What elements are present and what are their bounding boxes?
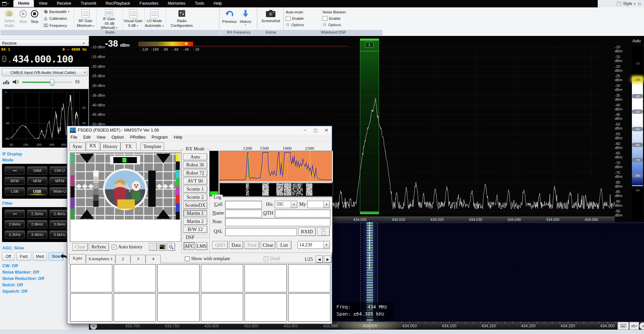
draft-checkbox[interactable]: ✓: [264, 256, 268, 261]
rx-mode-martin1[interactable]: Martin 1: [183, 210, 207, 217]
dsp-afc[interactable]: AFC: [183, 242, 195, 250]
settings-gear-icon[interactable]: ⚙: [637, 1, 641, 6]
scroll-right-button[interactable]: »: [639, 322, 644, 330]
mmsstv-menu-profiles[interactable]: PRofiles: [127, 134, 149, 141]
colorbar-auto-button[interactable]: Auto: [630, 38, 643, 44]
ribbon-tab-recplayback[interactable]: Rec/Playback: [101, 0, 135, 7]
rx-mode-scottiedx[interactable]: ScottieDX: [183, 202, 207, 209]
template-thumbnail[interactable]: [245, 293, 287, 322]
panel-collapse-icon[interactable]: ▾: [83, 42, 85, 45]
mmsstv-menu-help[interactable]: Help: [171, 134, 185, 141]
if-display-label[interactable]: IF Display: [2, 152, 22, 156]
mmsstv-menu-option[interactable]: Option: [109, 134, 127, 141]
rx-mode-martin2[interactable]: Martin 2: [183, 218, 207, 225]
automute-enable[interactable]: Enable: [286, 15, 321, 21]
screenshot-button[interactable]: Screenshot: [259, 8, 282, 30]
calibration-button[interactable]: Calibration: [44, 16, 72, 21]
prev-page-button[interactable]: ◀: [316, 255, 323, 263]
history-button[interactable]: History▾: [238, 8, 253, 30]
rx-mode-bw12[interactable]: B/W 12: [183, 226, 207, 233]
ribbon-tab-receive[interactable]: Receive: [52, 0, 76, 7]
resync-button[interactable]: ReSync: [89, 243, 109, 251]
my-select[interactable]: ▼: [307, 201, 330, 208]
mode-button-[interactable]: •••: [5, 166, 25, 175]
mode-button-sam[interactable]: SAM: [27, 166, 47, 175]
template-thumbnail[interactable]: [114, 293, 156, 322]
ribbon-tab-transmit[interactable]: Transmit: [76, 0, 101, 7]
noise-blanker-enable-checkbox[interactable]: [323, 16, 327, 21]
lo-mode-dropdown[interactable]: LO ModeAutomatic ▾: [145, 8, 164, 30]
template-thumbnail[interactable]: [201, 264, 243, 292]
status-notch[interactable]: Notch: Off: [2, 283, 44, 289]
mmsstv-menu-view[interactable]: View: [94, 134, 109, 141]
automute-options[interactable]: ⚙Options: [286, 21, 321, 28]
strip-tab-4[interactable]: 4: [146, 255, 161, 263]
template-thumbnail[interactable]: [245, 264, 287, 292]
template-thumbnail[interactable]: [114, 264, 156, 292]
name-input[interactable]: [225, 209, 262, 218]
zoom-level-button[interactable]: x5▸: [629, 322, 639, 330]
ribbon-tab-favourites[interactable]: Favourites: [135, 0, 163, 7]
agc-label[interactable]: AGC: Slow: [2, 246, 24, 250]
auto-history-checkbox[interactable]: ✓: [112, 245, 116, 249]
rx-clear-button[interactable]: Clear: [72, 243, 88, 251]
mode-button-nfm[interactable]: NFM: [27, 177, 47, 185]
his-select[interactable]: 595▼: [275, 201, 297, 208]
template-thumbnail[interactable]: [288, 264, 330, 292]
bandwidth-button[interactable]: Bandwidth▾: [44, 9, 72, 14]
filter-button-22khz[interactable]: 2.2kHz: [27, 210, 47, 218]
tuned-frequency-readout[interactable]: 0.434.000.100: [1, 53, 73, 65]
ribbon-tab-memories[interactable]: Memories: [163, 0, 190, 7]
speaker-icon[interactable]: [12, 79, 19, 85]
rx-mode-robot72[interactable]: Robot 72: [183, 170, 207, 177]
ribbon-tab-home[interactable]: Home: [13, 0, 34, 7]
ribbon-collapse-icon[interactable]: ⌃: [616, 2, 621, 6]
rx-mode-scottie1[interactable]: Scottie 1: [183, 186, 207, 193]
mmsstv-menu-file[interactable]: File: [67, 134, 80, 141]
template-thumbnail[interactable]: [157, 293, 200, 322]
mode-button-bfm[interactable]: BFM: [5, 177, 25, 185]
style-label[interactable]: Style: [623, 1, 632, 6]
volume-slider[interactable]: [22, 79, 72, 85]
picture-viewer-button[interactable]: [158, 243, 166, 251]
agc-button-off[interactable]: Off: [2, 252, 15, 261]
abc-macro-button[interactable]: ABC: [317, 227, 330, 236]
log-button-find[interactable]: Find: [245, 241, 259, 249]
filter-button-30khz[interactable]: 3.0kHz: [50, 220, 70, 228]
quick-access-toolbar[interactable]: ▾: [1, 0, 13, 7]
start-button[interactable]: Start: [18, 8, 28, 30]
draft-option[interactable]: ✓ Draft: [264, 256, 280, 261]
log-button-clear[interactable]: Clear: [261, 241, 275, 249]
call-input[interactable]: [225, 201, 262, 209]
mmsstv-titlebar[interactable]: SSTV F5OEO (F5OEO.MDT) - MMSSTV Ver 1.08…: [67, 126, 332, 134]
ribbon-tab-view[interactable]: View: [34, 0, 52, 7]
show-with-template-option[interactable]: Show with template: [185, 256, 230, 261]
minimize-button[interactable]: ─: [300, 127, 310, 134]
mode-button-lsb[interactable]: LSB: [5, 187, 25, 195]
qth-input[interactable]: [275, 209, 330, 218]
template-thumbnail[interactable]: [201, 293, 243, 322]
frequency-button[interactable]: Frequency: [44, 22, 72, 28]
stop-button[interactable]: Stop: [30, 8, 40, 30]
mmsstv-menu-edit[interactable]: Edit: [80, 134, 94, 141]
rxid-button[interactable]: RXID: [298, 227, 316, 236]
rx-mode-auto[interactable]: Auto: [183, 153, 207, 160]
filter-button-34khz[interactable]: 3.4kHz: [27, 231, 47, 239]
mmsstv-menu-program[interactable]: Program: [149, 134, 171, 141]
mmsstv-tab-sync[interactable]: Sync: [69, 142, 86, 151]
filter-section-label[interactable]: Filter: [2, 201, 13, 206]
rx-mode-scottie2[interactable]: Scottie 2: [183, 194, 207, 201]
rf-gain-dropdown[interactable]: RF GainMinimum ▾: [76, 8, 95, 30]
filter-button-24khz[interactable]: 2.4kHz: [50, 210, 70, 218]
automute-enable-checkbox[interactable]: [286, 16, 290, 21]
visual-gain-dropdown[interactable]: Visual Gain0 dB ▾: [123, 8, 144, 30]
sstv-spectrum-scope[interactable]: [219, 151, 333, 182]
keyboard-entry-button[interactable]: [618, 322, 629, 330]
mmsstv-tab-tx[interactable]: TX: [120, 142, 137, 151]
audio-levels-icon[interactable]: [3, 79, 9, 85]
ribbon-tab-tools[interactable]: Tools: [190, 0, 209, 7]
filter-button-[interactable]: •••: [5, 210, 25, 218]
filter-button-36khz[interactable]: 3.6kHz: [50, 231, 70, 239]
log-button-data[interactable]: Data: [229, 241, 243, 249]
noise-blanker-options[interactable]: ⚙Options: [323, 21, 358, 28]
